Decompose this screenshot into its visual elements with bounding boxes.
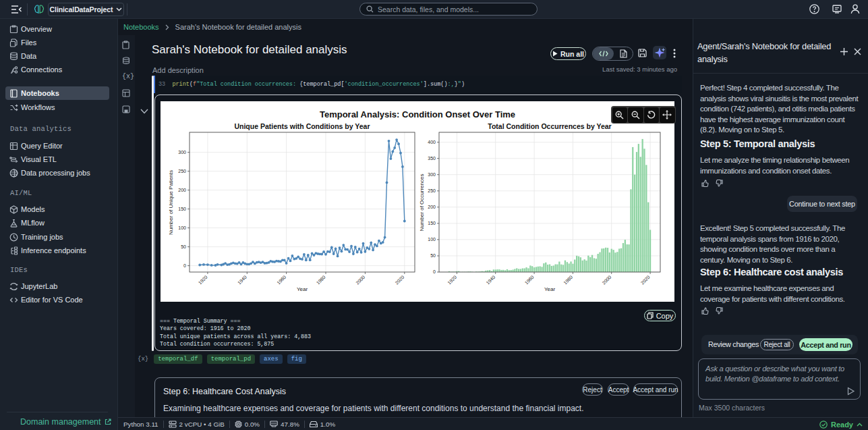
svg-text:400: 400 (428, 140, 436, 144)
svg-text:Year: Year (297, 286, 308, 292)
svg-text:50: 50 (430, 253, 436, 258)
svg-text:Number of Unique Patients: Number of Unique Patients (168, 170, 174, 235)
svg-text:300: 300 (428, 172, 436, 177)
svg-text:Number of Occurrences: Number of Occurrences (419, 174, 425, 232)
svg-text:200: 200 (178, 188, 186, 192)
svg-text:150: 150 (428, 221, 436, 225)
svg-text:150: 150 (178, 207, 186, 211)
svg-text:Unique Patients with Condition: Unique Patients with Conditions by Year (234, 122, 370, 130)
svg-text:250: 250 (178, 169, 186, 173)
svg-text:Total Condition Occurrences by: Total Condition Occurrences by Year (488, 122, 611, 130)
svg-text:Year: Year (544, 286, 556, 292)
svg-text:300: 300 (178, 150, 186, 155)
svg-text:50: 50 (181, 244, 186, 249)
svg-text:0: 0 (433, 269, 436, 274)
svg-text:250: 250 (428, 188, 436, 193)
svg-text:100: 100 (428, 237, 436, 242)
svg-text:200: 200 (428, 205, 436, 209)
svg-text:100: 100 (178, 225, 186, 230)
svg-text:350: 350 (428, 156, 436, 161)
svg-text:0: 0 (183, 263, 186, 268)
svg-text:Temporal Analysis: Condition O: Temporal Analysis: Condition Onset Over … (320, 109, 515, 119)
